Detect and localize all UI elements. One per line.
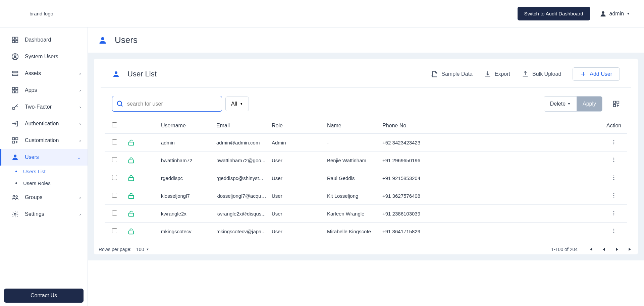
svg-point-0 (602, 11, 604, 13)
chevron-right-icon: › (79, 71, 81, 76)
caret-down-icon: ▼ (627, 12, 630, 15)
switch-dashboard-button[interactable]: Switch to Audit Dashboard (518, 7, 590, 20)
search-input[interactable] (127, 101, 218, 107)
row-actions-menu[interactable] (611, 157, 617, 163)
svg-rect-8 (12, 74, 18, 76)
sidebar-item-users[interactable]: Users ⌄ (0, 149, 88, 166)
add-user-button[interactable]: Add User (573, 67, 620, 81)
row-checkbox[interactable] (112, 139, 117, 144)
sidebar-sub-users-list[interactable]: Users List (0, 166, 88, 177)
sidebar-item-system-users[interactable]: System Users (0, 48, 88, 65)
delete-label: Delete (550, 101, 566, 107)
sidebar-item-authentication[interactable]: Authentication › (0, 115, 88, 132)
cell-name: - (324, 134, 380, 151)
sub-item-label: Users List (23, 169, 46, 174)
delete-dropdown[interactable]: Delete ▼ (544, 97, 577, 111)
svg-rect-35 (129, 178, 134, 181)
cell-role: User (269, 187, 324, 205)
search-box[interactable] (112, 96, 222, 112)
header: brand logo Switch to Audit Dashboard adm… (0, 0, 644, 27)
plus-icon (580, 71, 586, 77)
sidebar-item-label: Dashboard (25, 37, 51, 43)
sidebar-item-label: Customization (25, 137, 59, 143)
row-actions-menu[interactable] (611, 228, 617, 234)
last-page-button[interactable] (627, 246, 633, 252)
sidebar-item-apps[interactable]: Apps › (0, 82, 88, 99)
cell-username: kwrangle2x (158, 205, 214, 223)
cell-phone: +91 2386103039 (380, 205, 600, 223)
user-menu[interactable]: admin ▼ (599, 10, 630, 17)
svg-point-50 (613, 232, 614, 233)
card-title: User List (127, 70, 157, 78)
row-actions-menu[interactable] (611, 175, 617, 181)
cell-phone: +91 9215853204 (380, 169, 600, 187)
svg-point-36 (613, 175, 614, 176)
sidebar-item-label: Assets (25, 70, 41, 76)
svg-rect-10 (16, 87, 18, 89)
cell-role: User (269, 151, 324, 169)
export-button[interactable]: Export (484, 70, 510, 78)
svg-point-30 (613, 143, 614, 144)
caret-down-icon: ▼ (240, 102, 243, 106)
prev-page-button[interactable] (602, 247, 606, 252)
apps-icon (11, 86, 19, 94)
cell-role: User (269, 169, 324, 187)
next-page-button[interactable] (614, 247, 619, 252)
sidebar-item-groups[interactable]: Groups › (0, 189, 88, 206)
svg-point-34 (613, 161, 614, 162)
filter-dropdown[interactable]: All ▼ (225, 97, 249, 111)
upload-icon (522, 70, 529, 78)
sample-data-button[interactable]: Sample Data (431, 70, 473, 78)
row-checkbox[interactable] (112, 193, 117, 198)
apply-button[interactable]: Apply (577, 97, 602, 111)
sidebar: Dashboard System Users Assets › (0, 27, 88, 306)
contact-us-button[interactable]: Contact Us (4, 289, 84, 303)
svg-point-20 (14, 213, 16, 215)
svg-point-29 (613, 141, 614, 142)
svg-rect-26 (613, 104, 615, 106)
row-actions-menu[interactable] (611, 192, 617, 198)
export-label: Export (495, 71, 510, 77)
svg-rect-16 (12, 141, 14, 143)
cell-email: mkingscotecv@japa... (214, 223, 269, 240)
first-page-button[interactable] (588, 246, 594, 252)
cell-name: Karleen Wrangle (324, 205, 380, 223)
row-actions-menu[interactable] (611, 139, 617, 145)
row-checkbox[interactable] (112, 157, 117, 162)
svg-rect-4 (16, 41, 18, 43)
cell-name: Mirabelle Kingscote (324, 223, 380, 240)
select-all-checkbox[interactable] (112, 122, 117, 127)
bulk-upload-button[interactable]: Bulk Upload (522, 70, 561, 78)
row-checkbox[interactable] (112, 175, 117, 180)
row-checkbox[interactable] (112, 210, 117, 216)
add-user-label: Add User (590, 71, 612, 77)
svg-rect-27 (129, 142, 134, 145)
login-icon (11, 120, 19, 127)
sidebar-item-dashboard[interactable]: Dashboard (0, 32, 88, 48)
column-settings-button[interactable] (612, 100, 620, 108)
sidebar-item-two-factor[interactable]: Two-Factor › (0, 99, 88, 115)
svg-point-46 (613, 214, 614, 215)
grid-plus-icon (11, 137, 19, 144)
brand-logo: brand logo (30, 11, 53, 16)
sidebar-sub-users-roles[interactable]: Users Roles (0, 177, 88, 189)
cell-phone: +91 2969650196 (380, 151, 600, 169)
unlock-icon (127, 210, 156, 217)
sidebar-item-settings[interactable]: Settings › (0, 206, 88, 223)
svg-rect-9 (12, 87, 14, 89)
chevron-right-icon: › (79, 121, 81, 126)
svg-point-19 (16, 196, 17, 197)
svg-point-22 (115, 71, 117, 74)
row-actions-menu[interactable] (611, 210, 617, 216)
sidebar-item-label: System Users (25, 54, 58, 60)
rows-per-page-select[interactable]: 100 ▼ (136, 247, 149, 252)
groups-icon (11, 194, 19, 201)
sidebar-item-assets[interactable]: Assets › (0, 65, 88, 82)
chevron-right-icon: › (79, 105, 81, 110)
person-icon (98, 36, 107, 45)
sidebar-item-customization[interactable]: Customization › (0, 132, 88, 149)
row-checkbox[interactable] (112, 228, 117, 233)
svg-point-6 (14, 55, 16, 57)
svg-rect-47 (129, 231, 134, 234)
svg-point-21 (101, 37, 104, 40)
